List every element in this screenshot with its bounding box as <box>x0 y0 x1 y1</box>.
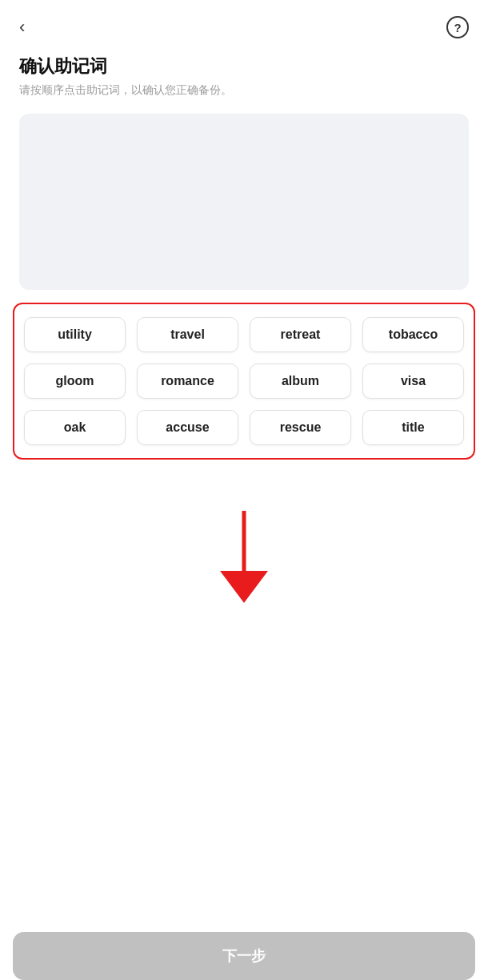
arrow-container <box>0 479 488 634</box>
word-chip[interactable]: rescue <box>250 410 351 445</box>
page-subtitle: 请按顺序点击助记词，以确认您正确备份。 <box>19 83 469 98</box>
word-grid: utilitytravelretreattobaccogloomromancea… <box>24 317 464 445</box>
header: ‹ ? <box>0 0 488 48</box>
bottom-section: 下一步 <box>0 961 488 980</box>
page-title: 确认助记词 <box>19 54 469 78</box>
selection-area <box>19 114 469 290</box>
word-chip[interactable]: album <box>250 363 351 399</box>
word-grid-container: utilitytravelretreattobaccogloomromancea… <box>13 303 475 460</box>
help-button[interactable]: ? <box>446 16 469 38</box>
word-chip[interactable]: romance <box>137 363 238 399</box>
word-chip[interactable]: utility <box>24 317 126 352</box>
next-button[interactable]: 下一步 <box>13 932 475 980</box>
word-chip[interactable]: oak <box>24 410 126 445</box>
word-chip[interactable]: accuse <box>137 410 238 445</box>
back-button[interactable]: ‹ <box>19 18 25 36</box>
word-chip[interactable]: travel <box>137 317 238 352</box>
word-chip[interactable]: title <box>362 410 464 445</box>
title-section: 确认助记词 请按顺序点击助记词，以确认您正确备份。 <box>0 48 488 114</box>
word-chip[interactable]: gloom <box>24 363 126 399</box>
svg-marker-1 <box>220 571 268 603</box>
word-chip[interactable]: visa <box>362 363 464 399</box>
word-chip[interactable]: retreat <box>250 317 351 352</box>
word-chip[interactable]: tobacco <box>362 317 464 352</box>
down-arrow-icon <box>212 511 276 615</box>
